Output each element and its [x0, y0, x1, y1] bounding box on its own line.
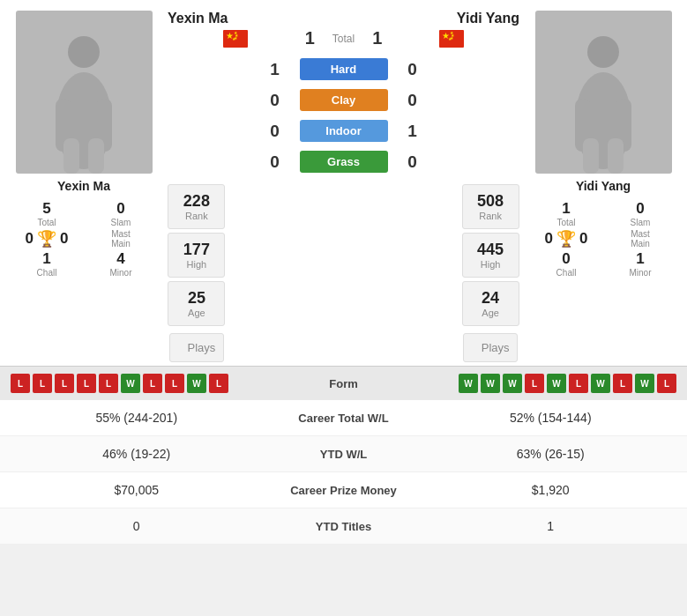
rank-lbl-left: Rank: [181, 211, 212, 221]
clay-score-left: 0: [265, 91, 286, 110]
stat-right-3: 1: [432, 519, 670, 533]
age-box-left: 25 Age: [168, 281, 225, 326]
player-right-stats: 1 Total 0 Slam 0 🏆 0 Mast Main 0: [533, 200, 674, 278]
surface-row-grass: 0 Grass 0: [159, 146, 528, 177]
high-lbl-left: High: [181, 259, 212, 270]
clay-score-right: 0: [402, 91, 423, 110]
form-right-10: L: [657, 374, 676, 393]
player-right-photo: [535, 11, 672, 174]
age-val-left: 25: [181, 289, 212, 308]
svg-rect-11: [608, 138, 624, 174]
stat-left-1: 46% (19-22): [18, 447, 256, 461]
stat-left-3: 0: [18, 519, 256, 533]
player-right-chall-val: 0: [562, 250, 570, 268]
trophy-right-icon: 🏆: [556, 229, 576, 249]
player-right-chall-cell: 0 Chall: [533, 250, 600, 278]
player-left-total-lbl: Total: [37, 218, 56, 227]
stat-right-0: 52% (154-144): [432, 411, 670, 425]
high-lbl-right: High: [475, 259, 506, 270]
svg-rect-5: [88, 138, 104, 174]
form-right-9: W: [635, 374, 654, 393]
total-score-right: 1: [372, 28, 382, 48]
form-right-5: W: [547, 374, 566, 393]
player-left-name: Yexin Ma: [57, 179, 110, 193]
form-right-7: W: [591, 374, 610, 393]
stat-label-1: YTD W/L: [256, 448, 432, 461]
player-right-slam-cell: 0 Slam: [607, 200, 674, 227]
player-left-mast-lbl: Mast: [111, 229, 131, 239]
age-box-right: 24 Age: [462, 281, 519, 326]
surface-rows: 1 Hard 0 0 Clay 0 0 Indoor 1 0 Grass: [159, 54, 528, 177]
hard-label: Hard: [300, 58, 388, 80]
player-right-mast-lbl: Mast: [631, 229, 650, 239]
form-left-3: L: [55, 374, 74, 393]
form-left-6: W: [121, 374, 140, 393]
form-right-1: W: [459, 374, 478, 393]
stat-label-3: YTD Titles: [256, 520, 432, 533]
plays-box-left: Plays: [169, 333, 225, 362]
player-right-slam-val: 0: [636, 200, 644, 218]
age-val-right: 24: [475, 289, 506, 308]
player-right-mast-lbl-cell: Mast Main: [607, 229, 674, 249]
form-right-6: L: [569, 374, 588, 393]
player-right-minor-cell: 1 Minor: [607, 250, 674, 278]
high-val-left: 177: [181, 241, 212, 259]
stat-row-0: 55% (244-201) Career Total W/L 52% (154-…: [0, 400, 687, 436]
stat-row-3: 0 YTD Titles 1: [0, 508, 687, 545]
stat-label-0: Career Total W/L: [256, 412, 432, 425]
player-right-mast-cell: 0 🏆 0: [533, 229, 600, 249]
trophy-left-icon: 🏆: [37, 229, 56, 249]
surface-row-clay: 0 Clay 0: [159, 85, 528, 115]
player-left-chall-lbl: Chall: [37, 268, 57, 278]
center-right-name: Yidi Yang: [457, 11, 519, 26]
stat-right-2: $1,920: [432, 483, 670, 497]
high-box-left: 177 High: [168, 233, 225, 278]
grass-score-right: 0: [402, 152, 423, 172]
player-left-chall-cell: 1 Chall: [13, 250, 80, 278]
age-lbl-left: Age: [181, 308, 212, 318]
player-left-total-val: 5: [42, 200, 50, 218]
total-score-left: 1: [305, 28, 315, 48]
stat-row-2: $70,005 Career Prize Money $1,920: [0, 472, 687, 508]
player-left-main-lbl: Main: [111, 239, 131, 249]
form-right-2: W: [481, 374, 500, 393]
player-left-minor-cell: 4 Minor: [87, 250, 154, 278]
form-right-8: L: [613, 374, 632, 393]
player-right-slam-lbl: Slam: [631, 218, 651, 227]
player-left-mast-val: 0: [26, 230, 34, 248]
form-left-10: L: [209, 374, 228, 393]
player-right-total-lbl: Total: [556, 218, 575, 227]
player-left-slam-cell: 0 Slam: [87, 200, 154, 227]
surface-row-indoor: 0 Indoor 1: [159, 115, 528, 146]
form-right-3: W: [503, 374, 522, 393]
center-left-name: Yexin Ma: [168, 11, 228, 26]
form-left-9: W: [187, 374, 206, 393]
rank-val-left: 228: [181, 192, 212, 211]
player-left-chall-val: 1: [42, 250, 50, 268]
player-left-silhouette: [44, 33, 123, 174]
player-left-slam-lbl: Slam: [111, 218, 131, 227]
player-right: Yidi Yang 1 Total 0 Slam 0 🏆 0 Mast M: [528, 11, 678, 366]
player-left-slam-val: 0: [116, 200, 124, 218]
player-left-main-val: 0: [60, 230, 68, 248]
surface-row-hard: 1 Hard 0: [159, 54, 528, 85]
form-left-1: L: [11, 374, 30, 393]
player-left-minor-val: 4: [116, 250, 124, 268]
svg-point-6: [587, 36, 619, 68]
form-center-label: Form: [291, 377, 397, 390]
svg-point-0: [68, 36, 100, 68]
stat-right-1: 63% (26-15): [432, 447, 670, 461]
form-left-4: L: [77, 374, 96, 393]
rank-box-left: 228 Rank: [168, 184, 225, 229]
plays-lbl-right: Plays: [482, 341, 500, 354]
rank-val-right: 508: [475, 192, 506, 211]
rank-lbl-right: Rank: [475, 211, 506, 221]
indoor-score-left: 0: [265, 122, 286, 141]
flag-left: ★ ★ ★ ★ ★: [223, 30, 248, 48]
player-left-photo: [16, 11, 153, 174]
indoor-score-right: 1: [402, 122, 423, 141]
form-left-8: L: [165, 374, 184, 393]
rank-box-right: 508 Rank: [462, 184, 519, 229]
player-right-total-val: 1: [562, 200, 570, 218]
stat-left-0: 55% (244-201): [18, 411, 256, 425]
